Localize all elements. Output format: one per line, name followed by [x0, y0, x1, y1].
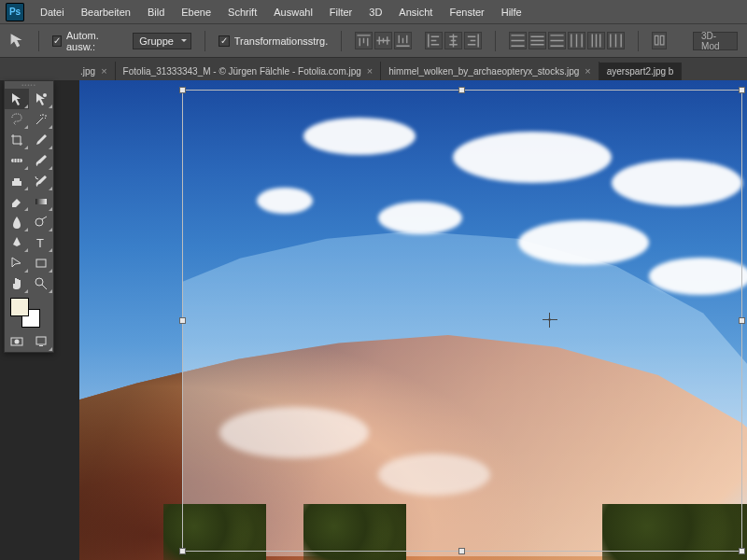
svg-point-3 [35, 218, 43, 226]
document-tab[interactable]: .jpg× [73, 62, 116, 80]
panel-grip[interactable] [5, 81, 53, 89]
3d-mode-button[interactable]: 3D-Mod [693, 32, 738, 50]
auto-align-icon[interactable] [652, 32, 667, 49]
distribute-left-icon[interactable] [568, 32, 585, 49]
svg-rect-5 [36, 259, 46, 267]
transform-handle-bottom-mid[interactable] [458, 548, 465, 554]
distribute-top-icon[interactable] [509, 32, 527, 49]
tab-label: himmel_wolken_by_archaeopteryx_stocks.jp… [388, 66, 579, 77]
svg-point-6 [35, 278, 43, 286]
transform-handle-top-mid[interactable] [458, 87, 465, 93]
transform-handle-mid-right[interactable] [739, 317, 745, 324]
distribute-vcenter-icon[interactable] [529, 32, 546, 49]
dodge-tool[interactable] [29, 212, 53, 232]
checkbox-icon [218, 35, 230, 47]
menu-help[interactable]: Hilfe [493, 0, 530, 23]
transform-handle-top-left[interactable] [179, 87, 186, 93]
transform-controls-checkbox[interactable]: Transformationsstrg. [218, 35, 328, 47]
auto-select-label: Autom. ausw.: [66, 30, 120, 52]
transform-handle-bottom-right[interactable] [739, 548, 745, 554]
eraser-tool[interactable] [5, 191, 29, 212]
close-icon[interactable]: × [101, 65, 106, 77]
color-swatches[interactable] [5, 294, 53, 331]
close-icon[interactable]: × [585, 65, 590, 77]
document-image[interactable] [79, 80, 747, 560]
transform-handle-bottom-left[interactable] [179, 548, 186, 554]
align-top-icon[interactable] [355, 32, 373, 49]
crop-tool[interactable] [5, 130, 29, 150]
zoom-tool[interactable] [29, 273, 53, 294]
align-hcenter-icon[interactable] [444, 32, 462, 49]
type-tool[interactable]: T [29, 232, 53, 253]
auto-select-dropdown[interactable]: Gruppe [133, 33, 191, 49]
svg-rect-9 [36, 337, 46, 344]
menu-select[interactable]: Auswahl [265, 0, 321, 23]
divider [341, 31, 342, 51]
tab-label: ayerspart2.jpg b [607, 66, 674, 77]
path-select-tool[interactable] [5, 253, 29, 273]
transform-handle-top-right[interactable] [739, 87, 745, 93]
eyedropper-tool[interactable] [29, 130, 53, 150]
align-bottom-icon[interactable] [394, 32, 412, 49]
document-tab[interactable]: Fotolia_31333343_M - © Jürgen Fälchle - … [116, 62, 382, 80]
active-tool-icon[interactable] [9, 32, 25, 50]
svg-rect-2 [35, 199, 47, 204]
dropdown-value: Gruppe [139, 35, 174, 47]
align-group-2 [425, 32, 482, 49]
menu-edit[interactable]: Bearbeiten [73, 0, 139, 23]
document-tab[interactable]: ayerspart2.jpg b [599, 63, 683, 80]
menu-window[interactable]: Fenster [441, 0, 492, 23]
clone-stamp-tool[interactable] [5, 171, 29, 191]
hand-tool[interactable] [5, 273, 29, 294]
move-tool[interactable] [5, 89, 29, 109]
svg-point-0 [43, 93, 47, 97]
divider [38, 31, 39, 51]
align-vcenter-icon[interactable] [374, 32, 392, 49]
app-logo: Ps [6, 3, 24, 21]
magic-wand-tool[interactable] [29, 109, 53, 130]
transform-handle-mid-left[interactable] [179, 317, 186, 324]
menu-image[interactable]: Bild [139, 0, 173, 23]
menu-filter[interactable]: Filter [321, 0, 360, 23]
transform-bounding-box[interactable] [182, 90, 742, 552]
align-right-icon[interactable] [464, 32, 482, 49]
close-icon[interactable]: × [367, 65, 373, 77]
menu-file[interactable]: Datei [32, 0, 73, 23]
rectangle-tool[interactable] [29, 253, 53, 273]
menu-type[interactable]: Schrift [219, 0, 265, 23]
screen-mode-tool[interactable] [29, 331, 53, 352]
menu-bar: Ps Datei Bearbeiten Bild Ebene Schrift A… [0, 0, 747, 24]
workspace: T [0, 80, 747, 560]
align-group-1 [355, 32, 412, 49]
healing-brush-tool[interactable] [5, 150, 29, 171]
canvas-area[interactable] [75, 80, 747, 560]
toolbox-panel: T [4, 80, 54, 353]
history-brush-tool[interactable] [29, 171, 53, 191]
align-left-icon[interactable] [425, 32, 443, 49]
checkbox-icon [52, 35, 62, 47]
foreground-color-swatch[interactable] [10, 298, 29, 316]
options-bar: Autom. ausw.: Gruppe Transformationsstrg… [0, 24, 747, 58]
lasso-tool[interactable] [5, 109, 29, 130]
distribute-bottom-icon[interactable] [548, 32, 566, 49]
svg-point-8 [15, 340, 20, 344]
menu-view[interactable]: Ansicht [390, 0, 441, 23]
document-tab[interactable]: himmel_wolken_by_archaeopteryx_stocks.jp… [381, 62, 599, 80]
menu-3d[interactable]: 3D [360, 0, 390, 23]
menu-layer[interactable]: Ebene [173, 0, 219, 23]
tab-label: Fotolia_31333343_M - © Jürgen Fälchle - … [123, 66, 361, 77]
auto-select-checkbox[interactable]: Autom. ausw.: [52, 30, 120, 52]
distribute-hcenter-icon[interactable] [587, 32, 605, 49]
distribute-group [509, 32, 625, 49]
quick-mask-tool[interactable] [5, 331, 29, 352]
artboard-tool[interactable] [29, 89, 53, 109]
svg-text:T: T [36, 236, 44, 250]
brush-tool[interactable] [29, 150, 53, 171]
gradient-tool[interactable] [29, 191, 53, 212]
distribute-right-icon[interactable] [607, 32, 625, 49]
pen-tool[interactable] [5, 232, 29, 253]
divider [204, 31, 205, 51]
blur-tool[interactable] [5, 212, 29, 232]
divider [495, 31, 496, 51]
document-tab-bar: .jpg× Fotolia_31333343_M - © Jürgen Fälc… [0, 58, 747, 80]
